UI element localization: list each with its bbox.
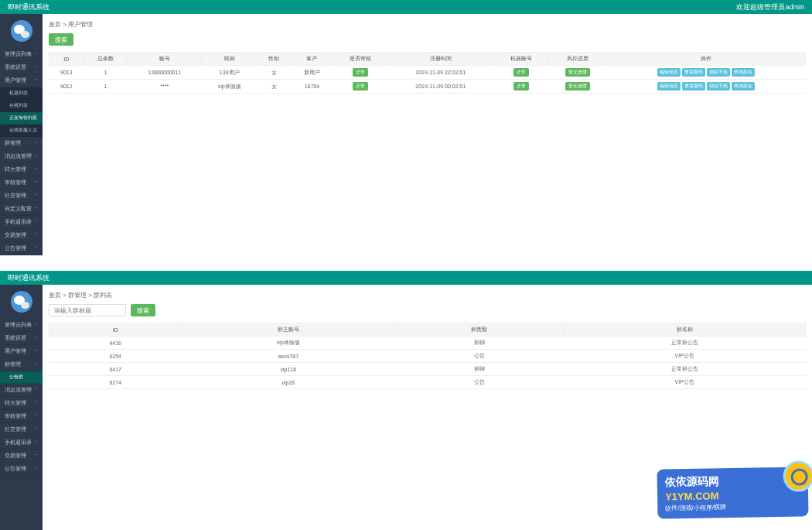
ops-cell: 编辑信息重置密码强制下线查询好友 xyxy=(606,80,805,94)
op-button[interactable]: 查询好友 xyxy=(732,82,755,91)
badge-line1: 依依源码网 xyxy=(665,473,800,489)
op-button[interactable]: 强制下线 xyxy=(707,68,730,77)
cell: 9013 xyxy=(49,66,84,80)
chevron-icon: ˅ xyxy=(36,65,38,70)
table-header: 总条数 xyxy=(84,53,128,66)
table-header: 性别 xyxy=(258,53,291,66)
nav-item[interactable]: 自定义配置˅ xyxy=(0,203,43,216)
cell: 13800000011 xyxy=(128,66,202,80)
nav-label: 管理员列表 xyxy=(5,50,32,58)
chevron-icon: ˅ xyxy=(36,401,38,406)
risk-cell: 暂无进度 xyxy=(548,66,607,80)
table-header: 操作 xyxy=(606,53,805,66)
welcome-text: 欢迎超级管理员admin xyxy=(736,2,804,12)
op-button[interactable]: 查询好友 xyxy=(732,68,755,77)
cell: vip28 xyxy=(182,376,395,389)
nav-item[interactable]: 机器列表 xyxy=(0,87,43,100)
badge-line2: Y1YM.COM xyxy=(665,488,800,502)
nav-item[interactable]: 系统设置˅ xyxy=(0,332,43,345)
chevron-icon: ˅ xyxy=(36,336,38,341)
chevron-icon: ˅ xyxy=(36,193,38,199)
nav-item[interactable]: 社交管理˅ xyxy=(0,190,43,203)
cell: vip体验版 xyxy=(182,337,395,350)
chevron-icon: ˅ xyxy=(36,467,38,472)
nav-label: 社交管理 xyxy=(5,192,26,200)
nav-item[interactable]: 审核管理˅ xyxy=(0,176,43,190)
nav-label: 公告群 xyxy=(9,374,23,381)
logo-box xyxy=(0,14,43,48)
cell: 正常群公告 xyxy=(564,363,806,376)
chevron-icon: ˅ xyxy=(36,427,38,433)
nav-label: 系统设置 xyxy=(5,63,26,71)
cell: 公告 xyxy=(395,350,564,363)
op-button[interactable]: 编辑信息 xyxy=(657,68,681,77)
nav-label: 用户管理 xyxy=(5,347,26,355)
nav-item[interactable]: 管理员列表˅ xyxy=(0,48,43,61)
chevron-icon: ˅ xyxy=(36,52,38,57)
time-cell: 2019-11-09 00:02:01 xyxy=(387,80,494,94)
nav-item[interactable]: 用户管理˅ xyxy=(0,345,43,358)
search-button-2[interactable]: 搜索 xyxy=(131,304,155,316)
nav-item[interactable]: 群管理˅ xyxy=(0,137,43,150)
nav-label: 交易管理 xyxy=(5,231,26,239)
cell: vip体验版 xyxy=(202,80,258,94)
nav-item[interactable]: 消息流管理˅ xyxy=(0,150,43,163)
chevron-icon: ˅ xyxy=(36,388,38,393)
audit-cell: 正常 xyxy=(333,80,387,94)
nav-item[interactable]: 手机通讯录˅ xyxy=(0,216,43,229)
table-header: 群主账号 xyxy=(182,323,395,337)
nav-item[interactable]: 转大管理˅ xyxy=(0,397,43,410)
search-button-1[interactable]: 搜索 xyxy=(49,33,73,46)
chevron-icon: ˅ xyxy=(36,207,38,212)
nav-item[interactable]: 管理员列表˅ xyxy=(0,319,43,332)
nav-item[interactable]: 社交管理˅ xyxy=(0,423,43,436)
op-button[interactable]: 重置密码 xyxy=(682,68,705,77)
cell: 公告 xyxy=(395,376,564,389)
nav-item[interactable]: 群管理˄ xyxy=(0,358,43,371)
nav-item[interactable]: 公告管理˅ xyxy=(0,242,43,255)
logo-icon-2 xyxy=(11,291,32,313)
nav-item[interactable]: 正在等待列表 xyxy=(0,112,43,125)
cell: 1 xyxy=(84,66,128,80)
cell: VIP公告 xyxy=(564,376,806,389)
chevron-icon: ˅ xyxy=(36,167,38,173)
op-button[interactable]: 强制下线 xyxy=(707,82,730,91)
nav-item[interactable]: 公告管理˅ xyxy=(0,463,43,476)
device-cell: 正常 xyxy=(494,80,548,94)
nav-label: 社交管理 xyxy=(5,426,26,433)
nav-label: 转大管理 xyxy=(5,166,26,173)
op-button[interactable]: 编辑信息 xyxy=(657,82,681,91)
search-input-2[interactable] xyxy=(49,304,126,316)
cell: vip118 xyxy=(182,363,395,376)
chevron-icon: ˅ xyxy=(36,453,38,459)
nav-item[interactable]: 消息流管理˅ xyxy=(0,384,43,397)
nav-item[interactable]: 公告群 xyxy=(0,371,43,384)
magnifier-icon xyxy=(783,460,812,492)
chevron-icon: ˄ xyxy=(36,362,38,368)
nav-item[interactable]: 转大管理˅ xyxy=(0,163,43,176)
cell: 6417 xyxy=(49,363,182,376)
chevron-icon: ˅ xyxy=(36,141,38,146)
nav-item[interactable]: 用户管理˄ xyxy=(0,74,43,87)
audit-cell: 正常 xyxy=(333,66,387,80)
table-2: ID群主账号群类型群名称 4416vip体验版群聊正常群公告6254asos78… xyxy=(49,323,806,389)
sidebar-1: 管理员列表˅系统设置˅用户管理˄机器列表在线列表正在等待列表在线客服人员群管理˅… xyxy=(0,14,43,255)
app-title-2: 即时通讯系统 xyxy=(8,273,49,283)
nav-item[interactable]: 手机通讯录˅ xyxy=(0,436,43,450)
nav-item[interactable]: 交易管理˅ xyxy=(0,229,43,242)
table-row: 6274vip28公告VIP公告 xyxy=(49,376,806,389)
breadcrumb-1: 首页 > 用户管理 xyxy=(49,20,806,29)
nav-item[interactable]: 交易管理˅ xyxy=(0,450,43,463)
chevron-icon: ˅ xyxy=(36,440,38,446)
op-button[interactable]: 重置密码 xyxy=(682,82,705,91)
device-cell: 正常 xyxy=(494,66,548,80)
nav-item[interactable]: 系统设置˅ xyxy=(0,61,43,74)
nav-item[interactable]: 审核管理˅ xyxy=(0,410,43,423)
nav-label: 机器列表 xyxy=(9,90,28,97)
nav-item[interactable]: 在线客服人员 xyxy=(0,125,43,137)
nav-label: 转大管理 xyxy=(5,399,26,407)
cell: asos787 xyxy=(182,350,395,363)
table-header: 账号 xyxy=(128,53,202,66)
nav-item[interactable]: 在线列表 xyxy=(0,100,43,112)
table-header: 群名称 xyxy=(564,323,806,337)
